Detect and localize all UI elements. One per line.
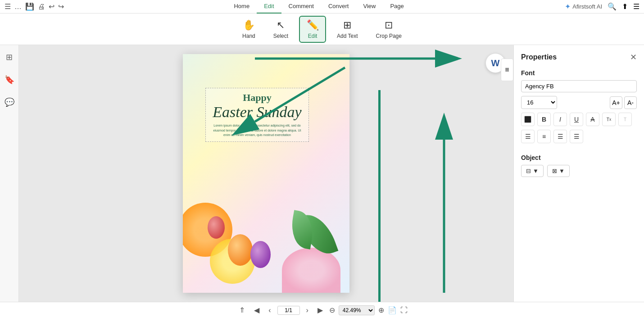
happy-text: Happy xyxy=(209,92,305,104)
object-align-arrow: ▼ xyxy=(533,168,539,174)
ai-logo[interactable]: ✦ Afirstsoft AI xyxy=(565,2,602,11)
align-row: ☰ ≡ ☰ ☰ xyxy=(521,130,637,143)
first-page-button[interactable]: ⇑ xyxy=(236,305,248,315)
font-size-select[interactable]: 16 8101214 182024 xyxy=(521,96,557,109)
italic-button[interactable]: I xyxy=(553,113,567,126)
zoom-in-button[interactable]: ⊕ xyxy=(378,306,384,314)
panel-title: Properties xyxy=(521,53,557,61)
align-right-button[interactable]: ☰ xyxy=(553,130,567,143)
more-icon[interactable]: … xyxy=(14,3,22,11)
edit-label: Edit xyxy=(308,33,317,39)
panel-toggle-icon: ≡ xyxy=(505,66,509,74)
tab-comment[interactable]: Comment xyxy=(281,0,321,14)
redo-icon[interactable]: ↪ xyxy=(58,2,64,11)
hamburger-icon[interactable]: ☰ xyxy=(5,2,11,11)
teal-vertical-line xyxy=(378,90,381,302)
text-color-button[interactable] xyxy=(521,113,535,126)
right-toolbar-icons: ✦ Afirstsoft AI 🔍 ⬆ ☰ xyxy=(565,2,639,11)
object-distribute-arrow: ▼ xyxy=(559,168,565,174)
tab-page[interactable]: Page xyxy=(383,0,411,14)
crop-page-icon: ⊡ xyxy=(385,19,393,31)
canvas-area: W Happy Easter Sunday Lorem ipsum dolor … xyxy=(19,45,513,302)
right-panel-toggle[interactable]: ≡ xyxy=(501,59,513,81)
font-section-title: Font xyxy=(521,69,637,77)
object-align-row: ⊟ ▼ ⊠ ▼ xyxy=(521,165,637,177)
font-size-row: 16 8101214 182024 A+ A- xyxy=(521,96,637,109)
font-family-row: Agency FB xyxy=(521,80,637,92)
toolbar: ✋ Hand ↖ Select ✏️ Edit ⊞ Add Text ⊡ Cro… xyxy=(0,14,644,45)
tab-view[interactable]: View xyxy=(356,0,383,14)
select-tool[interactable]: ↖ Select xyxy=(266,16,295,43)
font-increase-button[interactable]: A+ xyxy=(610,96,622,109)
crop-page-tool[interactable]: ⊡ Crop Page xyxy=(369,16,409,43)
font-decrease-button[interactable]: A- xyxy=(624,96,637,109)
strikethrough-button[interactable]: A xyxy=(586,113,599,126)
close-button[interactable]: ✕ xyxy=(630,52,637,62)
font-size-buttons: A+ A- xyxy=(610,96,637,109)
select-label: Select xyxy=(273,33,288,39)
zoom-out-button[interactable]: ⊖ xyxy=(329,306,335,314)
bottom-bar: ⇑ ◀ ‹ 1/1 › ▶ ⊖ 42.49% 25%33%50% 67%75%1… xyxy=(0,302,644,318)
print-icon[interactable]: 🖨 xyxy=(38,3,45,11)
next-page-button[interactable]: ▶ xyxy=(315,305,326,315)
edit-tool[interactable]: ✏️ Edit xyxy=(299,16,326,43)
tab-edit[interactable]: Edit xyxy=(257,0,281,14)
subscript-button[interactable]: T xyxy=(618,113,632,126)
hand-icon: ✋ xyxy=(243,19,255,31)
hand-label: Hand xyxy=(242,33,255,39)
ai-star-icon: ✦ xyxy=(565,2,571,11)
font-family-select[interactable]: Agency FB xyxy=(521,80,637,92)
fit-page-button[interactable]: 📄 xyxy=(388,306,397,314)
zoom-select[interactable]: 42.49% 25%33%50% 67%75%100% xyxy=(339,305,375,315)
prev-page-step[interactable]: ‹ xyxy=(266,305,273,315)
prev-page-button[interactable]: ◀ xyxy=(251,305,262,315)
object-distribute-icon: ⊠ xyxy=(552,168,557,174)
format-row: B I U A Tx T xyxy=(521,113,637,126)
comment-icon[interactable]: 💬 xyxy=(2,95,17,110)
ai-label: Afirstsoft AI xyxy=(572,3,602,10)
menu-icon[interactable]: ☰ xyxy=(633,2,639,11)
superscript-button[interactable]: Tx xyxy=(602,113,616,126)
crop-page-label: Crop Page xyxy=(376,33,402,39)
bookmark-icon[interactable]: 🔖 xyxy=(2,72,17,87)
tab-convert[interactable]: Convert xyxy=(321,0,356,14)
egg-orange xyxy=(228,234,253,266)
bold-button[interactable]: B xyxy=(537,113,551,126)
egg-red xyxy=(208,216,225,239)
menu-bar: ☰ … 💾 🖨 ↩ ↪ Home Edit Comment Convert Vi… xyxy=(0,0,644,14)
font-section: Font Agency FB 16 8101214 182024 A+ A- xyxy=(521,69,637,143)
pdf-page: Happy Easter Sunday Lorem ipsum dolor si… xyxy=(183,54,349,293)
undo-icon[interactable]: ↩ xyxy=(49,2,54,11)
tab-home[interactable]: Home xyxy=(227,0,257,14)
object-align-button[interactable]: ⊟ ▼ xyxy=(521,165,544,177)
flower-pink xyxy=(282,248,340,293)
egg-purple xyxy=(250,241,271,268)
edit-icon: ✏️ xyxy=(307,19,319,31)
hand-tool[interactable]: ✋ Hand xyxy=(235,16,263,43)
word-icon: W xyxy=(491,58,500,68)
next-page-step[interactable]: › xyxy=(304,305,311,315)
panel-header: Properties ✕ xyxy=(521,52,637,62)
underline-button[interactable]: U xyxy=(570,113,583,126)
fullscreen-button[interactable]: ⛶ xyxy=(400,306,408,314)
main-area: ⊞ 🔖 💬 W Happy Easter Sunday Lo xyxy=(0,45,644,302)
page-input[interactable]: 1/1 xyxy=(277,306,300,315)
align-center-button[interactable]: ≡ xyxy=(537,130,551,143)
color-swatch xyxy=(524,116,531,123)
add-text-label: Add Text xyxy=(337,33,358,39)
object-align-icon: ⊟ xyxy=(526,168,531,174)
add-text-icon: ⊞ xyxy=(343,19,351,31)
save-icon[interactable]: 💾 xyxy=(25,2,34,11)
select-icon: ↖ xyxy=(277,19,285,31)
align-justify-button[interactable]: ☰ xyxy=(570,130,583,143)
add-text-tool[interactable]: ⊞ Add Text xyxy=(330,16,365,43)
align-left-button[interactable]: ☰ xyxy=(521,130,535,143)
search-icon[interactable]: 🔍 xyxy=(608,2,617,11)
thumbnail-icon[interactable]: ⊞ xyxy=(3,50,15,65)
text-box[interactable]: Happy Easter Sunday Lorem ipsum dolor si… xyxy=(205,88,309,142)
object-distribute-button[interactable]: ⊠ ▼ xyxy=(547,165,570,177)
object-section-title: Object xyxy=(521,154,637,161)
upload-icon[interactable]: ⬆ xyxy=(622,2,628,11)
properties-panel: Properties ✕ Font Agency FB 16 8101214 1… xyxy=(513,45,644,302)
left-toolbar-icons: ☰ … 💾 🖨 ↩ ↪ xyxy=(5,2,64,11)
